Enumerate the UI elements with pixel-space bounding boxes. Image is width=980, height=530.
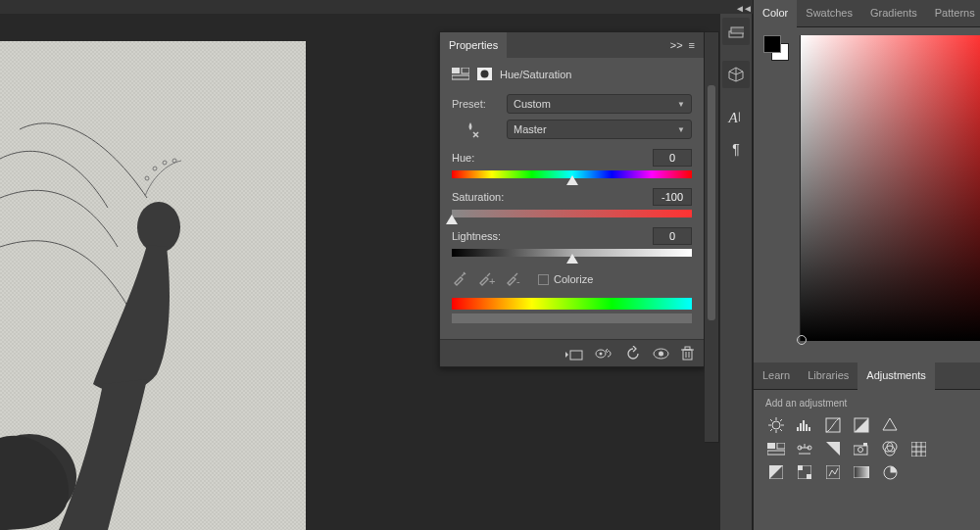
clip-to-layer-icon[interactable]	[565, 347, 583, 361]
svg-rect-30	[777, 443, 785, 449]
tab-gradients[interactable]: Gradients	[861, 0, 926, 27]
channel-mixer-icon[interactable]	[880, 440, 900, 458]
photo-filter-icon[interactable]	[852, 440, 871, 458]
paragraph-panel-icon[interactable]: ¶	[722, 135, 750, 163]
character-panel-icon[interactable]: A▏	[722, 104, 750, 131]
svg-point-36	[858, 447, 862, 452]
fg-bg-swatches[interactable]	[763, 35, 789, 61]
color-lookup-icon[interactable]	[908, 440, 928, 458]
svg-text:-: -	[516, 275, 520, 286]
fg-color-swatch[interactable]	[763, 35, 781, 53]
chevron-down-icon: ▼	[677, 125, 685, 134]
reset-icon[interactable]	[626, 346, 641, 361]
panel-menu-icon[interactable]: ≡	[689, 39, 696, 51]
dock-collapse-icon[interactable]: ◄◄	[735, 3, 751, 14]
svg-point-40	[885, 446, 895, 456]
svg-rect-48	[798, 465, 803, 470]
tab-color[interactable]: Color	[754, 0, 797, 27]
svg-point-13	[772, 421, 780, 429]
svg-rect-31	[767, 451, 785, 455]
lightness-slider[interactable]	[452, 249, 692, 257]
tab-properties[interactable]: Properties	[440, 32, 507, 60]
eyedropper-add-icon[interactable]: +	[477, 270, 495, 286]
properties-panel: Properties >> ≡ Hue/Saturation Preset: C…	[439, 31, 705, 367]
svg-point-57	[481, 71, 489, 78]
layers-icon[interactable]	[722, 18, 750, 45]
svg-rect-55	[452, 75, 469, 79]
panel-scrollbar[interactable]	[705, 31, 719, 443]
lightness-label: Lightness:	[452, 230, 501, 242]
svg-point-64	[659, 351, 663, 356]
svg-rect-53	[452, 68, 460, 73]
invert-icon[interactable]	[766, 463, 786, 481]
saturation-slider[interactable]	[452, 210, 692, 217]
adjustments-grid	[754, 411, 980, 486]
svg-rect-49	[807, 474, 811, 479]
svg-rect-67	[685, 347, 690, 350]
levels-icon[interactable]	[795, 416, 814, 434]
view-previous-state-icon[interactable]	[595, 348, 614, 360]
adjustments-header: Add an adjustment	[754, 390, 980, 411]
hue-range-bar-bottom[interactable]	[452, 313, 692, 323]
eyedropper-icon[interactable]	[452, 270, 467, 286]
hue-slider[interactable]	[452, 170, 692, 178]
curves-icon[interactable]	[823, 416, 843, 434]
saturation-label: Saturation:	[452, 191, 504, 203]
tab-learn[interactable]: Learn	[754, 362, 799, 390]
svg-rect-25	[806, 424, 808, 431]
svg-rect-23	[800, 423, 802, 431]
tab-patterns[interactable]: Patterns	[926, 0, 980, 27]
preset-label: Preset:	[452, 98, 499, 110]
color-balance-icon[interactable]	[795, 440, 814, 458]
svg-rect-12	[731, 27, 744, 33]
trash-icon[interactable]	[681, 346, 694, 361]
scrollbar-thumb[interactable]	[708, 85, 715, 320]
lightness-thumb[interactable]	[566, 254, 578, 264]
hue-range-bar-top[interactable]	[452, 298, 692, 310]
exposure-icon[interactable]	[852, 416, 871, 434]
posterize-icon[interactable]	[795, 463, 814, 481]
preset-dropdown[interactable]: Custom▼	[507, 94, 692, 114]
fairy-illustration	[0, 41, 306, 530]
collapse-panel-icon[interactable]: >>	[670, 39, 683, 51]
hue-label: Hue:	[452, 152, 474, 164]
layer-mask-icon[interactable]	[477, 68, 492, 80]
svg-point-62	[600, 352, 603, 355]
svg-line-19	[780, 429, 782, 431]
threshold-icon[interactable]	[823, 463, 843, 481]
targeted-adjust-icon[interactable]	[452, 120, 499, 138]
tab-adjustments[interactable]: Adjustments	[858, 362, 935, 390]
saturation-thumb[interactable]	[446, 215, 458, 224]
lightness-value-input[interactable]: 0	[653, 227, 692, 245]
document-image	[0, 41, 306, 530]
hue-saturation-icon[interactable]	[766, 440, 786, 458]
adjustment-type-label: Hue/Saturation	[500, 69, 571, 80]
channel-dropdown[interactable]: Master▼	[507, 120, 692, 139]
hue-thumb[interactable]	[566, 175, 578, 185]
hue-value-input[interactable]: 0	[653, 149, 692, 167]
brightness-contrast-icon[interactable]	[766, 416, 786, 434]
vibrance-icon[interactable]	[880, 416, 900, 434]
eyedropper-subtract-icon[interactable]: -	[505, 270, 522, 286]
tab-libraries[interactable]: Libraries	[799, 362, 858, 390]
black-white-icon[interactable]	[823, 440, 843, 458]
svg-point-5	[137, 202, 180, 253]
svg-line-18	[770, 419, 772, 421]
bottom-panel-tabs: Learn Libraries Adjustments	[754, 362, 980, 390]
color-panel-tabs: Color Swatches Gradients Patterns	[754, 0, 980, 27]
collapsed-dock: A▏ ¶	[720, 14, 753, 530]
visibility-icon[interactable]	[653, 348, 669, 360]
selective-color-icon[interactable]	[880, 463, 900, 481]
saturation-value-input[interactable]: -100	[653, 188, 692, 206]
adjustment-type-icon	[452, 68, 469, 80]
3d-icon[interactable]	[722, 61, 750, 88]
right-dock: Color Swatches Gradients Patterns Learn …	[753, 0, 980, 530]
tab-swatches[interactable]: Swatches	[797, 0, 861, 27]
colorize-checkbox[interactable]: Colorize	[538, 272, 593, 285]
svg-rect-22	[797, 427, 799, 431]
color-field[interactable]	[800, 35, 980, 341]
svg-rect-65	[683, 350, 692, 360]
svg-rect-37	[863, 443, 867, 446]
gradient-map-icon[interactable]	[852, 463, 871, 481]
svg-rect-24	[803, 420, 805, 431]
